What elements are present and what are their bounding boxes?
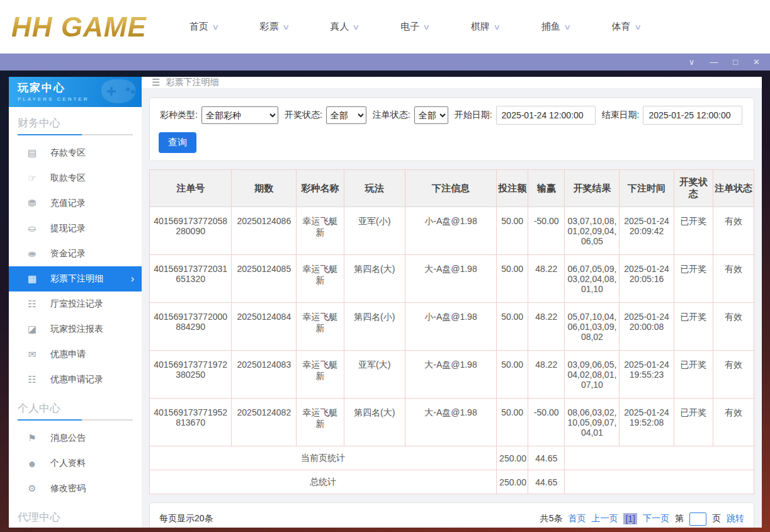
query-button[interactable]: 查询 [159,132,196,153]
summary-bet-total: 250.00 [497,446,528,470]
sidebar-item-change-password[interactable]: ⚙修改密码 [9,476,142,501]
table-cell: 20250124082 [232,399,297,446]
table-body: 40156917377205828009020250124086幸运飞艇新亚军(… [150,207,754,494]
minimize-button[interactable]: — [710,58,718,66]
jump-suffix-text: 页 [712,513,721,524]
sidebar-item-label: 优惠申请记录 [50,374,103,385]
sidebar-section-title-finance-center: 财务中心 [18,116,133,130]
table-cell: 20250124085 [232,255,297,303]
next-page-link[interactable]: 下一页 [643,513,669,524]
table-cell: 小-A盘@1.98 [405,303,496,351]
sidebar-item-label: 玩家投注报表 [50,324,103,335]
nav-item-lottery[interactable]: 彩票∨ [260,21,289,33]
nav-item-fishing[interactable]: 捕鱼∨ [541,21,570,33]
sidebar-item-deposit-zone[interactable]: ▤存款专区 [9,140,142,166]
top-nav: 首页∨彩票∨真人∨电子∨棋牌∨捕鱼∨体育∨ [190,21,641,33]
table-cell: 第四名(大) [344,255,405,303]
end-date-label: 结束日期: [602,110,640,121]
window-body: 玩家中心 PLAYERS CENTER 财务中心▤存款专区☞取款专区⛃充值记录⛀… [0,71,770,532]
player-bet-report-icon: ◪ [26,324,38,335]
nav-item-electronic[interactable]: 电子∨ [400,21,429,33]
sidebar-item-promo-application-records[interactable]: ☷优惠申请记录 [9,367,142,392]
bet-table: 注单号期数彩种名称玩法下注信息投注额输赢开奖结果下注时间开奖状态注单状态 401… [149,169,754,494]
column-header: 注单状态 [713,170,754,207]
sidebar-item-withdraw-zone[interactable]: ☞取款专区 [9,166,142,191]
table-cell: 有效 [713,399,754,446]
column-header: 下注信息 [405,170,496,207]
column-header: 期数 [232,170,297,207]
sidebar-item-promo-application[interactable]: ✉优惠申请 [9,342,142,367]
restore-down-button[interactable]: ∨ [689,58,695,66]
sidebar-item-label: 个人资料 [50,458,86,469]
table-row: 40156917377200088429020250124084幸运飞艇新第四名… [150,303,754,351]
first-page-link[interactable]: 首页 [568,513,586,524]
end-date-input[interactable] [643,106,742,125]
column-header: 输赢 [528,170,565,207]
table-cell: 幸运飞艇新 [297,399,344,446]
sidebar-item-messages[interactable]: ⚑消息公告 [9,426,142,451]
column-header: 彩种名称 [297,170,344,207]
sidebar-item-label: 厅室投注记录 [50,298,103,310]
sidebar-section-title-personal-center: 个人中心 [18,401,133,416]
page-size-text: 每页显示20条 [159,513,213,524]
window-titlebar: ∨—□✕ [0,54,770,71]
order-status-select[interactable]: 全部 [414,106,448,124]
table-cell: 03,07,10,08,01,02,09,04,06,05 [565,207,620,255]
nav-item-label: 真人 [330,21,349,33]
table-cell: 亚军(小) [344,207,405,255]
sidebar-item-profile[interactable]: ☻个人资料 [9,451,142,476]
draw-status-select[interactable]: 全部 [326,106,366,124]
nav-item-sports[interactable]: 体育∨ [612,21,641,33]
table-cell: 50.00 [497,303,528,351]
table-cell: 20250124084 [232,303,297,351]
table-cell: 2025-01-24 19:52:08 [620,399,674,446]
sidebar-item-player-bet-report[interactable]: ◪玩家投注报表 [9,317,142,342]
nav-item-label: 电子 [400,21,419,33]
column-header: 下注时间 [620,170,674,207]
sidebar-section-title-agent-center: 代理中心 [18,510,133,524]
chevron-down-icon: ∨ [563,23,571,31]
table-cell: 05,07,10,04,06,01,03,09,08,02 [565,303,620,351]
order-status-label: 注单状态: [373,110,410,121]
table-cell: 大-A盘@1.98 [405,399,496,446]
start-date-input[interactable] [496,106,596,125]
promo-record-icon: ☷ [26,374,38,385]
page-header: ☰ 彩票下注明细 [142,77,762,89]
lottery-type-select[interactable]: 全部彩种 [201,106,278,124]
nav-item-chess[interactable]: 棋牌∨ [471,21,500,33]
table-row: 40156917377197238025020250124083幸运飞艇新亚军(… [150,351,754,399]
table-cell: 2025-01-24 20:09:42 [620,207,674,255]
nav-item-live[interactable]: 真人∨ [330,21,359,33]
nav-item-label: 彩票 [260,21,279,33]
user-icon: ☻ [26,458,38,469]
table-cell: 大-A盘@1.98 [405,351,496,399]
prev-page-link[interactable]: 上一页 [591,513,618,524]
sidebar-item-funds-records[interactable]: ⛂资金记录 [9,241,142,266]
summary-empty [565,446,754,470]
filter-panel: 彩种类型: 全部彩种 开奖状态: 全部 注单状态: 全部 开始日期: [149,98,754,161]
table-cell: 有效 [713,351,754,399]
table-cell: 有效 [713,303,754,351]
section-underline [18,134,133,135]
table-cell: 幸运飞艇新 [297,351,344,399]
nav-item-label: 体育 [612,21,631,33]
maximize-button[interactable]: □ [733,58,738,66]
sidebar-item-recharge-records[interactable]: ⛃充值记录 [9,191,142,216]
table-cell: 50.00 [497,351,528,399]
chevron-down-icon: ∨ [422,23,430,31]
nav-item-home[interactable]: 首页∨ [190,21,218,33]
page-title: 彩票下注明细 [166,77,218,88]
promo-apply-icon: ✉ [26,349,38,360]
sidebar-item-withdrawal-records[interactable]: ⛀提现记录 [9,216,142,241]
close-button[interactable]: ✕ [753,58,760,66]
jump-page-input[interactable] [689,512,706,526]
jump-action-link[interactable]: 跳转 [727,513,744,524]
hamburger-icon[interactable]: ☰ [152,77,160,88]
summary-row: 总统计250.0044.65 [150,470,754,494]
pagination-panel: 每页显示20条 共5条 首页 上一页 [1] 下一页 第 页 跳转 [149,502,754,528]
funds-record-icon: ⛂ [26,248,38,259]
sidebar-item-hall-bet-records[interactable]: ☷厅室投注记录 [9,291,142,317]
filter-row: 彩种类型: 全部彩种 开奖状态: 全部 注单状态: 全部 开始日期: [159,106,745,125]
sidebar-item-lottery-bet-details[interactable]: ▦彩票下注明细› [9,266,142,291]
chevron-down-icon: ∨ [634,23,642,31]
